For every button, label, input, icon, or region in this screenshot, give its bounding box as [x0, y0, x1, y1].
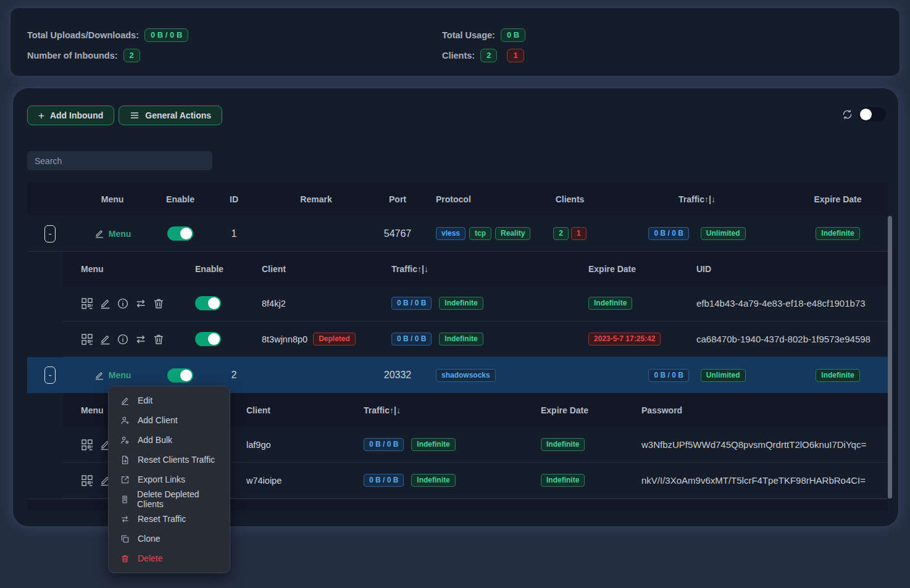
- stats-left-column: Total Uploads/Downloads: 0 B / 0 B Numbe…: [27, 28, 188, 62]
- inbounds-value-badge: 2: [123, 49, 140, 62]
- menu-item-reset-traffic[interactable]: Reset Traffic: [109, 509, 230, 529]
- header-cell-enable: Enable: [195, 252, 262, 286]
- inbound-1-port: 54767: [384, 228, 412, 239]
- clients-count: Clients: 2 1: [442, 49, 525, 62]
- number-of-inbounds: Number of Inbounds: 2: [27, 49, 188, 62]
- table-scrollbar[interactable]: [888, 216, 892, 499]
- add-inbound-button[interactable]: + Add Inbound: [27, 106, 114, 125]
- inbound-1-clients-table: Menu Enable Client Traffic↑|↓ Expire Dat…: [63, 252, 888, 357]
- menu-item-label: Delete Depleted Clients: [137, 489, 222, 509]
- menu-item-label: Edit: [138, 395, 152, 405]
- traffic-badge: 0 B / 0 B: [391, 333, 432, 346]
- header-cell-menu: Menu: [73, 183, 152, 216]
- header-cell-traffic-sort[interactable]: Traffic↑|↓: [606, 183, 788, 216]
- header-cell-clients: Clients: [533, 183, 606, 216]
- header-cell-expand: [27, 183, 73, 216]
- client-password: w3NfbzUPf5WWd745Q8pvsmQrdrttT2lO6knuI7Di…: [641, 439, 866, 450]
- traffic-badge: 0 B / 0 B: [364, 474, 404, 487]
- quota-badge: Indefinite: [439, 297, 483, 310]
- reset-clients-traffic-icon: [120, 455, 130, 465]
- reset-traffic-icon[interactable]: [135, 297, 147, 310]
- clients-label: Clients:: [442, 51, 475, 60]
- menu-item-label: Reset Traffic: [138, 514, 186, 524]
- header-cell-expire-date: Expire Date: [788, 183, 888, 216]
- client-row: 8f4kj2 0 B / 0 B Indefinite Indefinite e…: [63, 286, 888, 321]
- client-enable-toggle[interactable]: [195, 332, 221, 346]
- client-name: w74ioipe: [246, 476, 282, 486]
- menu-item-clone[interactable]: Clone: [109, 529, 230, 549]
- collapse-inbound-1-button[interactable]: -: [44, 225, 56, 242]
- qr-code-icon[interactable]: [81, 297, 93, 310]
- add-client-icon: [120, 416, 130, 425]
- qr-code-icon[interactable]: [81, 474, 93, 487]
- general-actions-button[interactable]: General Actions: [119, 106, 222, 125]
- edit-pencil-icon[interactable]: [99, 333, 111, 346]
- traffic-badge: 0 B / 0 B: [648, 227, 688, 240]
- collapse-inbound-2-button[interactable]: -: [44, 366, 56, 384]
- client-actions: [81, 297, 165, 310]
- header-cell-traffic-sort[interactable]: Traffic↑|↓: [364, 393, 541, 427]
- expire-badge: Indefinite: [816, 227, 859, 240]
- delete-trash-icon[interactable]: [152, 297, 165, 310]
- client-enable-toggle[interactable]: [195, 296, 221, 310]
- inbound-1-menu-button[interactable]: Menu: [94, 228, 131, 239]
- menu-item-add-bulk[interactable]: Add Bulk: [109, 430, 230, 450]
- menu-item-reset-clients-traffic[interactable]: Reset Clients Traffic: [109, 450, 230, 470]
- menu-item-add-client[interactable]: Add Client: [109, 410, 230, 430]
- menu-item-label: Export Links: [138, 474, 185, 484]
- reset-traffic-icon[interactable]: [135, 333, 147, 346]
- reset-traffic-icon: [120, 515, 130, 524]
- client-uid: efb14b43-4a79-4e83-ef18-e48cf1901b73: [696, 298, 866, 308]
- expire-badge: Indefinite: [816, 369, 859, 382]
- info-icon[interactable]: [117, 333, 129, 346]
- inbound-2-remark: [259, 357, 373, 393]
- clone-icon: [120, 534, 130, 544]
- menu-item-delete[interactable]: Delete: [109, 549, 230, 568]
- table-header-row: Menu Enable ID Remark Port Protocol Clie…: [27, 183, 888, 216]
- expire-badge: 2023-5-7 17:25:42: [588, 333, 661, 346]
- uploads-value-badge: 0 B / 0 B: [144, 28, 188, 42]
- menu-item-edit[interactable]: Edit: [109, 391, 230, 410]
- toggle-knob: [860, 109, 872, 120]
- info-icon[interactable]: [117, 297, 129, 310]
- menu-item-delete-depleted-clients[interactable]: Delete Depleted Clients: [109, 489, 230, 509]
- inbound-context-menu: Edit Add Client Add Bulk Reset Clients T…: [108, 386, 230, 573]
- menu-item-label: Clone: [138, 534, 161, 544]
- inbound-row-1[interactable]: - Menu 1 54767 vless tcp Reality 2: [27, 216, 888, 252]
- inbound-2-enable-toggle[interactable]: [167, 368, 193, 383]
- stats-card: Total Uploads/Downloads: 0 B / 0 B Numbe…: [10, 7, 900, 77]
- edit-pencil-icon: [94, 370, 104, 381]
- delete-trash-icon[interactable]: [152, 333, 165, 346]
- toggle-knob: [180, 370, 192, 381]
- qr-code-icon[interactable]: [81, 333, 93, 346]
- inbound-1-enable-toggle[interactable]: [167, 226, 193, 241]
- client-name: 8t3wjnn8p0: [262, 334, 307, 344]
- expire-badge: Indefinite: [588, 297, 632, 310]
- panel-controls: [841, 107, 886, 122]
- quota-badge: Unlimited: [701, 227, 746, 240]
- menu-item-label: Reset Clients Traffic: [138, 455, 215, 465]
- toggle-knob: [180, 228, 192, 239]
- security-badge: Reality: [495, 227, 530, 240]
- edit-pencil-icon[interactable]: [99, 297, 111, 310]
- usage-label: Total Usage:: [442, 30, 495, 40]
- header-cell-client: Client: [262, 252, 391, 286]
- clients-active-badge: 2: [553, 227, 569, 240]
- menu-item-label: Add Client: [138, 415, 178, 425]
- header-cell-traffic-sort[interactable]: Traffic↑|↓: [391, 252, 588, 286]
- search-input[interactable]: [27, 151, 212, 170]
- qr-code-icon[interactable]: [81, 439, 93, 451]
- export-links-icon: [120, 475, 130, 484]
- inbound-2-menu-button[interactable]: Menu: [94, 370, 131, 381]
- menu-item-export-links[interactable]: Export Links: [109, 470, 230, 489]
- protocol-badge: vless: [436, 227, 465, 240]
- header-cell-password: Password: [641, 393, 888, 427]
- inbounds-label: Number of Inbounds:: [27, 51, 118, 60]
- header-cell-menu: Menu: [63, 252, 195, 286]
- usage-value-badge: 0 B: [501, 28, 525, 42]
- header-cell-protocol: Protocol: [422, 183, 533, 216]
- refresh-icon[interactable]: [841, 109, 853, 120]
- header-cell-expire-date: Expire Date: [541, 393, 641, 427]
- dark-mode-toggle[interactable]: [859, 107, 886, 122]
- quota-badge: Indefinite: [439, 333, 483, 346]
